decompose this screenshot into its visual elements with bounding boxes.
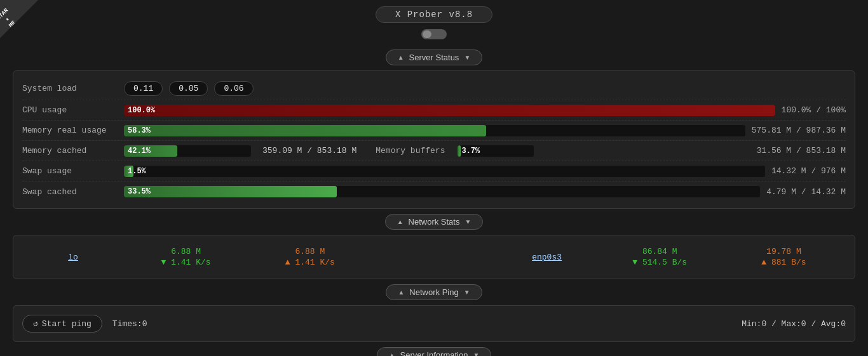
memory-real-container: 58.3%	[124, 125, 752, 136]
swap-cached-progress-label: 33.5%	[128, 186, 151, 197]
iface-enp0s3-up: 19.78 M ▲ 881 B/s	[722, 247, 846, 267]
memory-real-bar	[124, 125, 486, 136]
arrow-down-icon-lo: ▼	[161, 258, 166, 267]
server-status-label: Server Status	[409, 53, 459, 62]
memory-cached-progress-label: 42.1%	[128, 145, 151, 157]
memory-cached-label: Memory cached	[22, 146, 124, 155]
memory-cached-split: 42.1% 359.09 M / 853.18 M Memory buffers…	[124, 145, 757, 157]
arrow-up-icon-enp: ▲	[761, 258, 766, 267]
memory-real-right: 575.81 M / 987.36 M	[752, 126, 846, 135]
iface-enp0s3-down: 86.84 M ▼ 514.5 B/s	[598, 247, 722, 267]
server-status-triangle: ▲	[398, 54, 404, 61]
iface-lo: lo	[22, 253, 124, 262]
start-ping-label: Start ping	[42, 319, 92, 329]
server-info-label: Server Information	[400, 350, 468, 356]
load-badge-1: 0.11	[124, 81, 163, 96]
iface-enp0s3-rate-down: ▼ 514.5 B/s	[632, 258, 687, 267]
memory-real-row: Memory real usage 58.3% 575.81 M / 987.3…	[22, 121, 846, 141]
network-stats-row: lo 6.88 M ▼ 1.41 K/s 6.88 M ▲ 1.41 K/s e…	[22, 242, 846, 272]
ping-row: ↺ Start ping Times:0 Min:0 / Max:0 / Avg…	[22, 312, 846, 335]
memory-real-label: Memory real usage	[22, 126, 124, 135]
swap-cached-bar	[124, 186, 337, 197]
swap-usage-container: 1.5%	[124, 166, 771, 177]
network-ping-triangle: ▲	[398, 289, 404, 296]
swap-cached-right: 4.79 M / 14.32 M	[766, 187, 846, 197]
iface-enp0s3-rate-up: ▲ 881 B/s	[761, 258, 806, 267]
load-badge-3: 0.06	[214, 81, 253, 96]
memory-real-wrap: 58.3%	[124, 125, 745, 136]
network-stats-triangle: ▲	[397, 218, 403, 225]
network-ping-dropdown: ▼	[464, 289, 470, 296]
memory-buffers-progress-label: 3.7%	[461, 145, 480, 157]
memory-buffers-label: Memory buffers	[376, 146, 445, 155]
iface-lo-link[interactable]: lo	[68, 253, 78, 262]
swap-usage-label: Swap usage	[22, 166, 124, 176]
cpu-progress-bar	[124, 105, 775, 116]
swap-usage-row: Swap usage 1.5% 14.32 M / 976 M	[22, 161, 846, 181]
iface-enp0s3-link[interactable]: enp0s3	[532, 253, 562, 262]
network-ping-label: Network Ping	[409, 287, 458, 297]
start-ping-button[interactable]: ↺ Start ping	[22, 315, 102, 333]
memory-real-progress-label: 58.3%	[128, 125, 151, 136]
iface-lo-down: 6.88 M ▼ 1.41 K/s	[124, 247, 248, 267]
cpu-usage-row: CPU usage 100.0% 100.0% / 100%	[22, 100, 846, 121]
cpu-progress-label: 100.0%	[128, 105, 155, 116]
server-info-triangle: ▲	[389, 352, 395, 356]
memory-cached-left: 42.1% 359.09 M / 853.18 M	[124, 145, 356, 157]
memory-cached-right: 31.56 M / 853.18 M	[757, 146, 846, 155]
swap-cached-container: 33.5%	[124, 186, 766, 197]
network-stats-toggle[interactable]: ▲ Network Stats ▼	[385, 214, 484, 230]
arrow-up-icon-lo: ▲	[285, 258, 290, 267]
load-badge-2: 0.05	[169, 81, 208, 96]
memory-cached-wrap: 42.1%	[124, 145, 251, 157]
memory-cached-mid: 359.09 M / 853.18 M	[262, 146, 356, 155]
iface-enp0s3: enp0s3	[496, 253, 598, 262]
arrow-down-icon-enp: ▼	[632, 258, 637, 267]
iface-lo-total-up: 6.88 M	[295, 247, 325, 256]
server-status-panel: System load 0.11 0.05 0.06 CPU usage 100…	[13, 70, 855, 209]
system-load-content: 0.11 0.05 0.06	[124, 81, 846, 96]
network-ping-header: ▲ Network Ping ▼	[0, 284, 868, 300]
toggle-switch[interactable]	[421, 29, 447, 39]
iface-enp0s3-total-up: 19.78 M	[766, 247, 801, 256]
network-stats-label: Network Stats	[409, 217, 460, 227]
server-info-dropdown: ▼	[473, 352, 479, 356]
swap-cached-row: Swap cached 33.5% 4.79 M / 14.32 M	[22, 181, 846, 202]
memory-buffers-right: 3.7%	[458, 145, 540, 157]
cpu-progress-container: 100.0%	[124, 105, 782, 116]
toggle-knob	[423, 30, 431, 38]
iface-lo-rate-down: ▼ 1.41 K/s	[161, 258, 211, 267]
iface-enp0s3-total-down: 86.84 M	[642, 247, 677, 256]
iface-lo-up: 6.88 M ▲ 1.41 K/s	[248, 247, 372, 267]
memory-cached-row: Memory cached 42.1% 359.09 M / 853.18 M …	[22, 141, 846, 161]
cpu-right: 100.0% / 100%	[782, 105, 846, 115]
network-stats-header: ▲ Network Stats ▼	[0, 214, 868, 230]
swap-usage-wrap: 1.5%	[124, 166, 765, 177]
swap-usage-right: 14.32 M / 976 M	[771, 166, 846, 176]
cpu-usage-label: CPU usage	[22, 105, 124, 115]
network-stats-panel: lo 6.88 M ▼ 1.41 K/s 6.88 M ▲ 1.41 K/s e…	[13, 235, 855, 279]
swap-cached-label: Swap cached	[22, 187, 124, 197]
cpu-progress-wrap: 100.0%	[124, 105, 775, 116]
memory-buffers-wrap: 3.7%	[458, 145, 534, 157]
iface-lo-rate-up: ▲ 1.41 K/s	[285, 258, 335, 267]
server-status-toggle[interactable]: ▲ Server Status ▼	[386, 49, 483, 65]
memory-buffers-bar	[458, 145, 460, 157]
system-load-row: System load 0.11 0.05 0.06	[22, 77, 846, 100]
swap-cached-wrap: 33.5%	[124, 186, 760, 197]
server-info-header: ▲ Server Information ▼	[0, 347, 868, 356]
server-info-toggle[interactable]: ▲ Server Information ▼	[377, 347, 492, 356]
app-title: X Prober v8.8	[376, 6, 492, 23]
network-ping-panel: ↺ Start ping Times:0 Min:0 / Max:0 / Avg…	[13, 305, 855, 342]
toggle-area	[0, 25, 868, 44]
system-load-label: System load	[22, 84, 124, 93]
server-status-header: ▲ Server Status ▼	[0, 49, 868, 65]
network-stats-dropdown: ▼	[465, 218, 471, 225]
ping-times: Times:0	[112, 319, 147, 329]
iface-lo-total-down: 6.88 M	[171, 247, 201, 256]
network-ping-toggle[interactable]: ▲ Network Ping ▼	[386, 284, 482, 300]
server-status-dropdown: ▼	[464, 54, 470, 61]
app-title-bar: X Prober v8.8	[0, 0, 868, 25]
ping-stats: Min:0 / Max:0 / Avg:0	[742, 319, 846, 329]
swap-usage-progress-label: 1.5%	[128, 166, 146, 177]
